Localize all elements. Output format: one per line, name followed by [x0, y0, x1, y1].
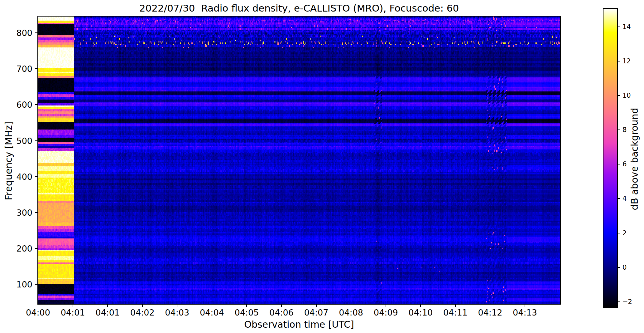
y-tick-label: 400	[16, 172, 32, 181]
x-tick-label: 04:02	[130, 308, 155, 317]
x-tick-mark	[490, 304, 490, 307]
y-tick-mark	[35, 248, 37, 249]
x-tick-label: 04:06	[269, 308, 294, 317]
heatmap-plot-area	[37, 16, 561, 305]
y-tick-label: 800	[16, 28, 32, 37]
x-tick-mark	[73, 304, 73, 307]
x-tick-mark	[107, 304, 108, 307]
x-tick-mark	[212, 304, 212, 307]
colorbar-tick-label: 6	[622, 160, 627, 168]
y-tick-label: 700	[16, 64, 32, 74]
x-tick-mark	[281, 304, 282, 307]
y-tick-mark	[35, 140, 37, 141]
x-axis-label: Observation time [UTC]	[38, 319, 560, 330]
y-tick-label: 200	[16, 244, 32, 253]
x-tick-label: 04:01	[95, 308, 120, 317]
colorbar-tick-mark	[618, 61, 620, 61]
x-tick-mark	[351, 304, 351, 307]
colorbar-tick-label: −2	[622, 298, 632, 306]
x-tick-mark	[525, 304, 525, 307]
colorbar-tick-mark	[618, 130, 620, 130]
colorbar-label: dB above background	[629, 72, 640, 247]
y-tick-mark	[35, 212, 37, 213]
x-tick-label: 04:05	[235, 308, 259, 317]
y-tick-mark	[35, 284, 37, 285]
x-tick-label: 04:03	[165, 308, 189, 317]
x-tick-label: 04:04	[200, 308, 224, 317]
x-tick-mark	[386, 304, 386, 307]
colorbar	[603, 8, 618, 308]
chart-title: 2022/07/30 Radio flux density, e-CALLIST…	[38, 2, 560, 14]
spectrogram-figure: 2022/07/30 Radio flux density, e-CALLIST…	[0, 0, 644, 333]
colorbar-tick-mark	[618, 95, 620, 96]
spectrogram-canvas	[38, 17, 560, 304]
colorbar-tick-mark	[618, 27, 620, 27]
y-tick-mark	[35, 68, 37, 69]
colorbar-tick-mark	[618, 198, 620, 199]
colorbar-tick-label: 2	[622, 229, 627, 237]
colorbar-tick-label: 0	[622, 264, 627, 271]
colorbar-tick-mark	[618, 267, 620, 268]
y-tick-label: 100	[16, 280, 32, 289]
x-tick-label: 04:08	[339, 308, 363, 317]
x-tick-mark	[455, 304, 456, 307]
y-tick-mark	[35, 32, 37, 33]
x-tick-label: 04:09	[374, 308, 398, 317]
x-tick-mark	[38, 304, 38, 307]
colorbar-tick-mark	[618, 164, 620, 164]
x-tick-mark	[316, 304, 317, 307]
colorbar-tick-mark	[618, 233, 620, 233]
colorbar-tick-label: 4	[622, 195, 627, 202]
colorbar-tick-label: 12	[622, 57, 631, 65]
colorbar-tick-label: 14	[622, 23, 631, 31]
colorbar-tick-label: 8	[622, 126, 627, 134]
x-tick-mark	[420, 304, 421, 307]
x-tick-label: 04:00	[26, 308, 50, 317]
x-tick-label: 04:12	[478, 308, 502, 317]
y-axis-label: Frequency [MHz]	[3, 77, 14, 245]
x-tick-label: 04:11	[443, 308, 468, 317]
y-tick-label: 500	[16, 136, 32, 145]
colorbar-tick-mark	[618, 301, 620, 302]
x-tick-label: 04:01	[61, 308, 85, 317]
x-tick-mark	[177, 304, 177, 307]
x-tick-label: 04:13	[513, 308, 537, 317]
x-tick-mark	[246, 304, 247, 307]
x-tick-mark	[142, 304, 143, 307]
y-tick-mark	[35, 176, 37, 177]
x-tick-label: 04:10	[408, 308, 433, 317]
x-tick-label: 04:07	[304, 308, 329, 317]
y-tick-label: 600	[16, 100, 32, 110]
y-tick-label: 300	[16, 208, 32, 217]
y-tick-mark	[35, 104, 37, 105]
